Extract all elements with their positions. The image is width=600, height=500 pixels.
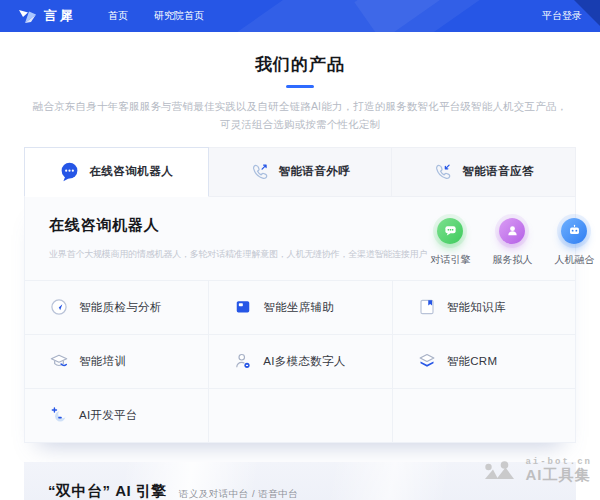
phone-answer-icon <box>433 162 453 182</box>
highlight-dialog-engine: 对话引擎 <box>427 218 473 267</box>
feature-label: 智能CRM <box>447 354 498 369</box>
panel-intro: 在线咨询机器人 业界首个大规模商用的情感机器人，多轮对话精准理解意图，人机无缝协… <box>25 197 575 280</box>
feature-digital-human[interactable]: AI多模态数字人 <box>208 334 391 388</box>
tab-label: 智能语音应答 <box>462 164 534 179</box>
highlight-label: 服务拟人 <box>492 253 532 267</box>
training-icon <box>49 351 69 371</box>
quality-inspection-icon <box>49 297 69 317</box>
watermark-name: AI工具集 <box>525 467 592 483</box>
crm-icon <box>417 351 437 371</box>
feature-ai-platform[interactable]: AI开发平台 <box>25 388 208 442</box>
tab-voice-answer[interactable]: 智能语音应答 <box>392 147 576 197</box>
tab-online-consult-robot[interactable]: 在线咨询机器人 <box>24 147 209 197</box>
feature-label: 智能坐席辅助 <box>263 300 334 315</box>
highlight-human-machine: 人机融合 <box>551 218 597 267</box>
tab-label: 智能语音外呼 <box>279 164 351 179</box>
header-pattern <box>224 0 456 32</box>
title-underline <box>286 85 314 88</box>
logo-text: 言犀 <box>44 7 76 25</box>
agent-assist-icon <box>233 297 253 317</box>
panel-highlights: 对话引擎 服务拟人 <box>427 218 599 267</box>
feature-label: AI多模态数字人 <box>263 354 345 369</box>
panel-intro-text: 在线咨询机器人 业界首个大规模商用的情感机器人，多轮对话精准理解意图，人机无缝协… <box>49 216 427 267</box>
feature-quality-inspection[interactable]: 智能质检与分析 <box>25 280 208 334</box>
feature-knowledge-base[interactable]: 智能知识库 <box>392 280 575 334</box>
feature-label: AI开发平台 <box>79 408 138 423</box>
knowledge-base-icon <box>417 297 437 317</box>
dialog-engine-icon <box>437 218 463 244</box>
highlight-service-persona: 服务拟人 <box>489 218 535 267</box>
feature-crm[interactable]: 智能CRM <box>392 334 575 388</box>
digital-human-icon <box>233 351 253 371</box>
top-navigation-bar: 言犀 首页 研究院首页 平台登录 <box>0 0 600 32</box>
tab-label: 在线咨询机器人 <box>89 164 173 179</box>
feature-cell-empty <box>392 388 575 442</box>
nav-item-research-home[interactable]: 研究院首页 <box>154 9 204 23</box>
feature-label: 智能知识库 <box>447 300 506 315</box>
chat-bubble-icon <box>59 161 80 182</box>
product-detail-panel: 在线咨询机器人 业界首个大规模商用的情感机器人，多轮对话精准理解意图，人机无缝协… <box>24 197 576 443</box>
watermark-text: ai-bot.cn AI工具集 <box>525 458 592 483</box>
header-pattern <box>354 0 525 32</box>
nav-item-home[interactable]: 首页 <box>108 9 128 23</box>
section-title: 我们的产品 <box>0 53 600 76</box>
tab-voice-outbound[interactable]: 智能语音外呼 <box>209 147 393 197</box>
feature-cell-empty <box>208 388 391 442</box>
product-tabs: 在线咨询机器人 智能语音外呼 智能语音应答 <box>24 147 576 197</box>
phone-outbound-icon <box>250 162 270 182</box>
top-nav-links: 首页 研究院首页 <box>108 9 204 23</box>
service-persona-icon <box>499 218 525 244</box>
feature-label: 智能培训 <box>79 354 126 369</box>
yanxi-logo-icon <box>18 9 37 24</box>
feature-grid: 智能质检与分析 智能坐席辅助 智能知识库 <box>25 280 575 442</box>
panel-heading: 在线咨询机器人 <box>49 216 427 235</box>
highlight-label: 对话引擎 <box>430 253 470 267</box>
ai-bot-logo-icon <box>483 458 519 483</box>
engine-title: “双中台” AI 引擎 <box>48 482 167 500</box>
platform-login-button[interactable]: 平台登录 <box>542 9 582 23</box>
feature-label: 智能质检与分析 <box>79 300 162 315</box>
feature-agent-assist[interactable]: 智能坐席辅助 <box>208 280 391 334</box>
ai-platform-icon <box>49 405 69 425</box>
ai-bot-watermark: ai-bot.cn AI工具集 <box>483 458 592 483</box>
panel-description: 业界首个大规模商用的情感机器人，多轮对话精准理解意图，人机无缝协作，全渠道智能连… <box>49 248 427 261</box>
section-subtitle: 融合京东自身十年客服服务与营销最佳实践以及自研全链路AI能力，打造的服务数智化平… <box>28 97 573 134</box>
yanxi-logo[interactable]: 言犀 <box>18 7 76 25</box>
feature-training[interactable]: 智能培训 <box>25 334 208 388</box>
engine-subtitle: 语义及对话中台 / 语音中台 <box>179 488 298 500</box>
human-machine-icon <box>561 218 587 244</box>
highlight-label: 人机融合 <box>554 253 594 267</box>
